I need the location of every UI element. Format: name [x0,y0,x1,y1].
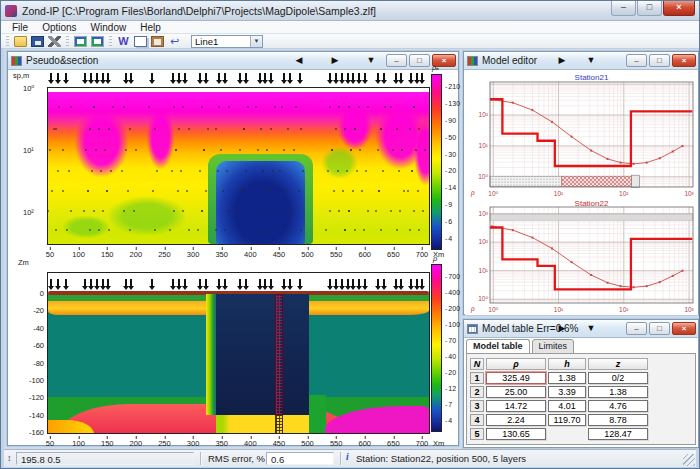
menu-options[interactable]: Options [35,22,83,33]
pseudosection-window[interactable]: Pseudo&section ◀ ▶ ▼ – □ × sp,m 10⁰10¹10… [7,51,459,446]
resize-grip[interactable] [683,454,695,466]
maximize-button[interactable]: □ [409,54,430,67]
table-cell-rho[interactable]: 14.72 [486,400,546,412]
close-button[interactable]: × [663,1,695,16]
line-selector-value: Line1 [192,36,250,47]
data-point-dot [108,128,110,130]
data-point-dot [365,170,367,172]
settings-icon[interactable] [48,36,61,47]
menu-file[interactable]: File [5,22,35,33]
table-cell-rho[interactable]: 2.24 [486,414,546,426]
station-marker [357,73,361,86]
data-point-dot [333,190,335,192]
data-point-dot [108,229,110,231]
table-cell-h[interactable]: 119.70 [548,414,586,426]
y-tick-label: -20 [33,306,44,315]
y-tick-label: -60 [33,341,44,350]
x-tick-label: 250 [158,439,171,448]
data-point-dot [98,229,100,231]
next-station-icon[interactable]: ▶ [328,55,342,65]
table-cell-rho[interactable]: 325.49 [486,372,546,384]
save-icon[interactable] [31,36,44,47]
x-tick-label: 500 [301,250,314,259]
data-point-dot [329,210,331,212]
data-point-dot [241,190,243,192]
table-row: 314.724.014.76 [470,400,648,412]
station21-sounding-chart[interactable]: 10⁰10¹10²10³10²10¹10⁰Station21ρ [465,70,698,198]
data-point-dot [361,190,363,192]
pseudosection-title: Pseudo&section [26,55,98,66]
x-tick-label: 400 [244,250,257,259]
table-cell-rho[interactable]: 25.00 [486,386,546,398]
model-editor-window[interactable]: Model editor ▶ ▼ – □ × 10⁰10¹10²10³10²10… [463,51,699,315]
y-tick-label: 10² [23,208,34,217]
table-cell-z[interactable]: 4.76 [588,400,648,412]
table-cell-h[interactable]: 1.38 [548,372,586,384]
data-point-dot [127,190,129,192]
close-button[interactable]: × [672,54,696,67]
maximize-button[interactable]: □ [637,1,662,16]
line-selector[interactable]: Line1 ▼ [191,35,263,48]
table-cell-h[interactable] [548,428,586,440]
data-point-dot [70,106,72,108]
svg-text:10⁰: 10⁰ [478,295,488,302]
station-marker [415,73,419,86]
maximize-button[interactable]: □ [649,54,670,67]
lower-colorbar [431,264,442,432]
data-point-dot [188,229,190,231]
minimize-button[interactable]: – [386,54,407,67]
model-view-icon[interactable] [91,36,104,47]
menu-help[interactable]: Help [133,22,168,33]
dropdown-arrow-icon[interactable]: ▼ [584,323,598,333]
inversion-icon[interactable]: W [117,36,130,47]
tab-limites[interactable]: Limites [532,339,575,354]
rms-value: 0.6 [266,452,334,465]
apparent-resistivity-pseudosection[interactable] [47,87,430,245]
resistivity-model-section[interactable] [47,272,430,434]
table-cell-z[interactable]: 128.47 [588,428,648,440]
table-cell-z[interactable]: 1.38 [588,386,648,398]
x-tick-label: 450 [273,439,286,448]
station-marker [150,73,154,86]
table-cell-rho[interactable]: 130.65 [486,428,546,440]
data-point-dot [344,229,346,231]
chevron-down-icon[interactable]: ▼ [250,36,262,47]
next-station-icon[interactable]: ▶ [555,55,569,65]
profile-view-icon[interactable] [74,36,87,47]
minimize-button[interactable]: – [626,322,647,335]
open-icon[interactable] [14,36,27,47]
paste-icon[interactable] [151,36,164,47]
next-station-icon[interactable]: ▶ [555,323,569,333]
minimize-button[interactable]: – [626,54,647,67]
x-tick-label: 100 [72,250,85,259]
station-marker [382,73,386,86]
dropdown-arrow-icon[interactable]: ▼ [584,55,598,65]
maximize-button[interactable]: □ [649,322,670,335]
station-marker [340,73,344,86]
x-tick-label: 650 [387,250,400,259]
station22-sounding-chart[interactable]: 10⁰10¹10²10³10³10²10¹10⁰Station22ρ [465,198,698,315]
menu-window[interactable]: Window [84,22,134,33]
station-marker [269,73,273,86]
dropdown-arrow-icon[interactable]: ▼ [364,55,378,65]
station-info: Station: Station22, position 500, 5 laye… [356,453,526,464]
station-marker [376,279,380,292]
table-cell-h[interactable]: 3.39 [548,386,586,398]
close-button[interactable]: × [672,322,696,335]
tab-model-table[interactable]: Model table [466,339,530,354]
data-point-dot [411,170,413,172]
station-marker [89,73,93,86]
data-point-dot [215,128,217,130]
table-cell-z[interactable]: 0/2 [588,372,648,384]
table-cell-z[interactable]: 8.78 [588,414,648,426]
minimize-button[interactable]: – [611,1,636,16]
undo-icon[interactable]: ↩ [168,36,181,47]
conductive-block [216,294,309,415]
model-table-window[interactable]: Model table Err=0.6% ▶ ▼ – □ × Model tab… [463,319,699,448]
station-marker [129,73,133,86]
copy-icon[interactable] [134,36,147,47]
y-tick-label: -80 [33,358,44,367]
station-marker [382,279,386,292]
prev-station-icon[interactable]: ◀ [292,55,306,65]
table-cell-h[interactable]: 4.01 [548,400,586,412]
